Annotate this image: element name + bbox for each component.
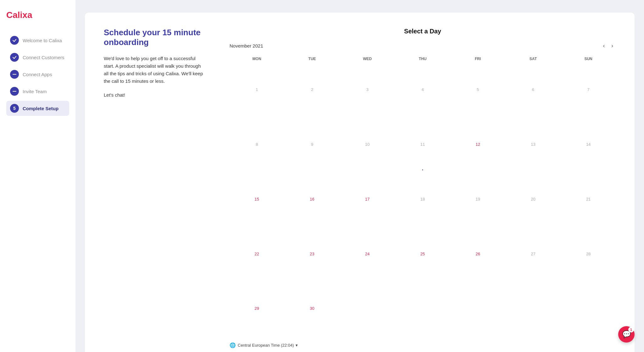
cal-cell-empty <box>395 281 450 336</box>
sidebar-item-connect-apps[interactable]: Connect Apps <box>6 67 69 82</box>
cal-header-sun: SUN <box>561 55 616 62</box>
cal-day-18: 18 <box>395 172 450 226</box>
svg-rect-0 <box>13 74 16 75</box>
content-card: Schedule your 15 minute onboarding We'd … <box>85 13 635 352</box>
cal-day-8: 8 <box>230 117 284 172</box>
cal-day-16[interactable]: 16 <box>285 172 340 226</box>
chat-badge: 1 <box>628 327 634 332</box>
sidebar-item-welcome[interactable]: Welcome to Calixa <box>6 33 69 48</box>
cal-header-thu: THU <box>395 55 450 62</box>
sidebar-label-welcome: Welcome to Calixa <box>23 38 62 43</box>
prev-month-button[interactable]: ‹ <box>601 41 608 50</box>
cal-day-7: 7 <box>561 62 616 117</box>
cal-day-17[interactable]: 17 <box>340 172 395 226</box>
sidebar-item-invite-team[interactable]: Invite Team <box>6 84 69 99</box>
globe-icon: 🌐 <box>230 342 236 348</box>
cal-day-24[interactable]: 24 <box>340 226 395 281</box>
cal-header-mon: MON <box>230 55 284 62</box>
sidebar-item-connect-customers[interactable]: Connect Customers <box>6 50 69 65</box>
cal-header-sat: SAT <box>506 55 561 62</box>
cal-day-30[interactable]: 30 <box>285 281 340 336</box>
cal-day-9: 9 <box>285 117 340 172</box>
calendar-title: Select a Day <box>230 28 616 35</box>
cal-day-29[interactable]: 29 <box>230 281 284 336</box>
cal-header-fri: FRI <box>451 55 505 62</box>
sidebar-icon-welcome <box>10 36 19 45</box>
cal-day-3: 3 <box>340 62 395 117</box>
timezone-chevron-icon: ▾ <box>296 343 298 348</box>
timezone-selector[interactable]: 🌐 Central European Time (22:04) ▾ <box>230 342 616 348</box>
cal-day-27: 27 <box>506 226 561 281</box>
page-title: Schedule your 15 minute onboarding <box>104 28 204 47</box>
main-content: Schedule your 15 minute onboarding We'd … <box>75 0 644 352</box>
cal-cell-empty <box>451 281 505 336</box>
cal-day-10: 10 <box>340 117 395 172</box>
cal-header-tue: TUE <box>285 55 340 62</box>
sidebar-icon-connect-apps <box>10 70 19 79</box>
calendar-section: Select a Day November 2021 ‹ › MONTUEWED… <box>230 28 616 348</box>
sidebar-item-complete-setup[interactable]: 5Complete Setup <box>6 101 69 116</box>
cal-day-11-today: 11 <box>395 117 450 172</box>
calendar-grid: MONTUEWEDTHUFRISATSUN1234567891011121314… <box>230 55 616 336</box>
cal-day-5: 5 <box>451 62 505 117</box>
sidebar-label-invite-team: Invite Team <box>23 89 47 94</box>
cal-day-19: 19 <box>451 172 505 226</box>
cal-day-21: 21 <box>561 172 616 226</box>
sidebar-label-connect-customers: Connect Customers <box>23 55 64 60</box>
calendar-header: November 2021 ‹ › <box>230 41 616 50</box>
cal-day-20: 20 <box>506 172 561 226</box>
chat-bubble-button[interactable]: 💬 1 <box>618 326 635 343</box>
app-logo: Calixa <box>6 10 69 20</box>
cal-day-25[interactable]: 25 <box>395 226 450 281</box>
svg-rect-1 <box>13 91 16 92</box>
calendar-nav: ‹ › <box>601 41 616 50</box>
description-2: Let's chat! <box>104 91 204 99</box>
sidebar: Calixa Welcome to CalixaConnect Customer… <box>0 0 75 352</box>
cal-day-1: 1 <box>230 62 284 117</box>
description-1: We'd love to help you get off to a succe… <box>104 55 204 85</box>
cal-day-4: 4 <box>395 62 450 117</box>
cal-day-22[interactable]: 22 <box>230 226 284 281</box>
sidebar-icon-complete-setup: 5 <box>10 104 19 113</box>
cal-cell-empty <box>506 281 561 336</box>
cal-cell-empty <box>340 281 395 336</box>
cal-header-wed: WED <box>340 55 395 62</box>
sidebar-nav: Welcome to CalixaConnect CustomersConnec… <box>6 33 69 116</box>
cal-day-6: 6 <box>506 62 561 117</box>
next-month-button[interactable]: › <box>609 41 616 50</box>
sidebar-label-complete-setup: Complete Setup <box>23 106 58 111</box>
cal-day-13: 13 <box>506 117 561 172</box>
cal-day-14: 14 <box>561 117 616 172</box>
cal-day-26[interactable]: 26 <box>451 226 505 281</box>
cal-day-15[interactable]: 15 <box>230 172 284 226</box>
sidebar-icon-connect-customers <box>10 53 19 62</box>
sidebar-label-connect-apps: Connect Apps <box>23 72 52 77</box>
cal-day-23[interactable]: 23 <box>285 226 340 281</box>
cal-day-28: 28 <box>561 226 616 281</box>
left-panel: Schedule your 15 minute onboarding We'd … <box>104 28 204 105</box>
timezone-label: Central European Time (22:04) <box>238 343 294 348</box>
cal-cell-empty <box>561 281 616 336</box>
cal-day-2: 2 <box>285 62 340 117</box>
sidebar-icon-invite-team <box>10 87 19 96</box>
calendar-month: November 2021 <box>230 43 263 48</box>
cal-day-12[interactable]: 12 <box>451 117 505 172</box>
